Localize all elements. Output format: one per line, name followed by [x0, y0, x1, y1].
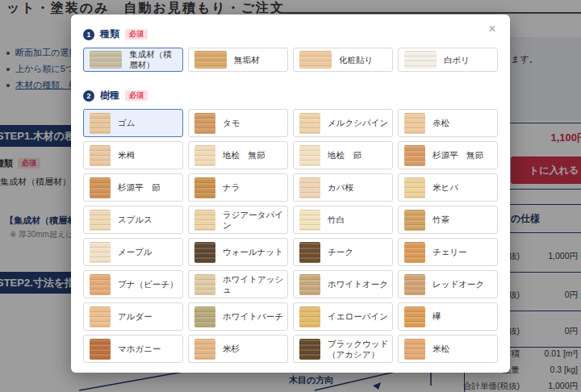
species-option[interactable]: ゴム: [83, 109, 183, 137]
species-option[interactable]: ナラ: [188, 173, 288, 202]
species-option[interactable]: ウォールナット: [188, 238, 288, 266]
species-option-label: 米ヒバ: [433, 182, 458, 193]
species-option-label: 赤松: [433, 118, 449, 128]
species-option-label: ホワイトオーク: [328, 279, 388, 290]
wood-thumbnail: [90, 307, 111, 327]
species-option-label: タモ: [223, 118, 240, 128]
wood-thumbnail: [90, 113, 111, 134]
species-option-label: 米杉: [223, 344, 240, 354]
wood-thumbnail: [299, 242, 320, 263]
species-option[interactable]: スプルス: [83, 206, 183, 234]
species-option[interactable]: 竹白: [293, 206, 393, 234]
wood-thumbnail: [299, 177, 320, 198]
section-number-icon: 1: [83, 29, 94, 40]
species-option-label: チェリー: [433, 247, 467, 257]
species-option-label: スプルス: [118, 215, 153, 225]
wood-thumbnail: [404, 145, 425, 166]
species-option-label: ブラックウッド（アカシア）: [328, 339, 389, 359]
species-option[interactable]: ブラックウッド（アカシア）: [293, 335, 393, 363]
wood-thumbnail: [404, 113, 425, 134]
species-option[interactable]: 竹茶: [398, 206, 498, 234]
type-option-label: 無垢材: [234, 55, 260, 65]
species-option-label: 欅: [433, 311, 441, 322]
species-option-label: アルダー: [118, 311, 153, 322]
wood-thumbnail: [299, 210, 320, 231]
type-option-label: 白ポリ: [444, 55, 470, 65]
species-option[interactable]: レッドオーク: [398, 270, 498, 298]
species-option[interactable]: チーク: [293, 238, 393, 266]
species-option[interactable]: 欅: [398, 302, 498, 331]
wood-thumbnail: [194, 242, 215, 263]
species-option[interactable]: マホガニー: [83, 335, 183, 363]
required-badge: 必須: [125, 90, 148, 101]
wood-thumbnail: [90, 242, 111, 263]
species-section-label: 樹種: [100, 89, 119, 102]
species-option-label: ラジアータパイン: [223, 210, 284, 230]
section-number-icon: 2: [83, 90, 94, 102]
species-option[interactable]: ホワイトオーク: [293, 270, 393, 298]
species-option-label: 杉源平 無節: [433, 150, 483, 161]
close-icon[interactable]: ×: [484, 21, 500, 37]
wood-thumbnail: [90, 274, 111, 295]
species-option-label: 竹茶: [433, 215, 449, 225]
species-option[interactable]: チェリー: [398, 238, 498, 266]
species-option[interactable]: 杉源平 節: [83, 173, 183, 202]
species-option[interactable]: カバ桜: [293, 173, 393, 202]
species-option-label: レッドオーク: [433, 279, 484, 290]
wood-thumbnail: [194, 307, 215, 327]
wood-thumbnail: [299, 274, 320, 295]
species-option-label: ブナ（ビーチ）: [118, 279, 178, 290]
type-option[interactable]: 集成材（積層材）: [83, 48, 183, 72]
wood-thumbnail: [404, 307, 425, 327]
wood-thumbnail: [404, 210, 425, 231]
type-option[interactable]: 白ポリ: [398, 48, 498, 72]
wood-thumbnail: [194, 113, 215, 134]
wood-selection-modal: × 1 種類 必須 集成材（積層材） 無垢材 化粧貼り 白ポリ: [71, 15, 510, 373]
wood-thumbnail: [404, 177, 425, 198]
species-section-header: 2 樹種 必須: [83, 89, 498, 102]
wood-thumbnail: [194, 339, 215, 360]
wood-thumbnail: [194, 210, 215, 231]
type-option[interactable]: 化粧貼り: [293, 48, 393, 72]
species-option[interactable]: ラジアータパイン: [188, 206, 288, 234]
required-badge: 必須: [125, 29, 148, 40]
wood-thumbnail: [90, 177, 111, 198]
type-options-grid: 集成材（積層材） 無垢材 化粧貼り 白ポリ: [83, 48, 498, 72]
species-option[interactable]: 地桧 節: [293, 141, 393, 169]
species-option-label: メルクシパイン: [328, 118, 388, 128]
species-option[interactable]: イエローパイン: [293, 302, 393, 331]
species-option[interactable]: タモ: [188, 109, 288, 137]
species-option[interactable]: アルダー: [83, 302, 183, 331]
wood-thumbnail: [299, 113, 320, 134]
species-option-label: ゴム: [118, 118, 136, 128]
species-option[interactable]: ホワイトアッシュ: [188, 270, 288, 298]
type-option-label: 集成材（積層材）: [129, 49, 179, 69]
species-option-label: ホワイトアッシュ: [223, 274, 284, 294]
type-option-label: 化粧貼り: [339, 55, 373, 65]
species-option-label: チーク: [328, 247, 353, 257]
species-option[interactable]: メープル: [83, 238, 183, 266]
type-section-header: 1 種類 必須: [83, 27, 498, 41]
species-option[interactable]: 地桧 無節: [188, 141, 288, 169]
species-option[interactable]: ブナ（ビーチ）: [83, 270, 183, 298]
species-option[interactable]: 赤松: [398, 109, 498, 137]
species-option[interactable]: 米松: [398, 335, 498, 363]
wood-thumbnail: [299, 51, 332, 69]
species-option[interactable]: 杉源平 無節: [398, 141, 498, 169]
species-option-label: 竹白: [328, 215, 345, 225]
species-option[interactable]: 米ヒバ: [398, 173, 498, 202]
species-option[interactable]: メルクシパイン: [293, 109, 393, 137]
species-option-label: ナラ: [223, 182, 240, 193]
wood-thumbnail: [404, 274, 425, 295]
wood-thumbnail: [90, 210, 111, 231]
wood-thumbnail: [194, 274, 215, 295]
species-option[interactable]: 米栂: [83, 141, 183, 169]
species-option[interactable]: 米杉: [188, 335, 288, 363]
wood-thumbnail: [404, 242, 425, 263]
species-option[interactable]: ホワイトバーチ: [188, 302, 288, 331]
species-options-grid: ゴム タモ メルクシパイン 赤松 米栂: [83, 109, 498, 363]
wood-thumbnail: [194, 51, 227, 69]
wood-thumbnail: [299, 307, 320, 327]
type-option[interactable]: 無垢材: [188, 48, 288, 72]
species-option-label: イエローパイン: [328, 311, 388, 322]
